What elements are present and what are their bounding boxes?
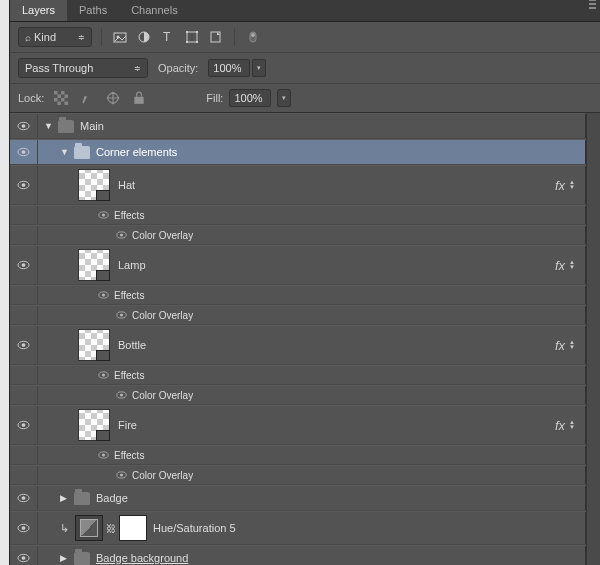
layer-effects-row[interactable]: Effects xyxy=(10,365,586,385)
layer-row-fire[interactable]: Fire fx▲▼ xyxy=(10,405,586,445)
lock-position-icon[interactable] xyxy=(104,89,122,107)
blend-mode-select[interactable]: Pass Through ≑ xyxy=(18,58,148,78)
effect-visibility-icon[interactable] xyxy=(98,451,109,459)
disclosure-down-icon[interactable]: ▼ xyxy=(60,147,70,157)
filter-pixel-icon[interactable] xyxy=(111,28,129,46)
layer-effects-row[interactable]: Effects xyxy=(10,445,586,465)
filter-smartobject-icon[interactable] xyxy=(207,28,225,46)
svg-rect-6 xyxy=(196,31,198,33)
svg-rect-7 xyxy=(186,41,188,43)
effect-visibility-icon[interactable] xyxy=(98,291,109,299)
visibility-toggle[interactable] xyxy=(10,406,38,444)
tab-paths[interactable]: Paths xyxy=(67,0,119,21)
panel-menu-icon[interactable] xyxy=(589,3,596,5)
opacity-input[interactable]: 100% xyxy=(208,59,250,77)
fill-label: Fill: xyxy=(206,92,223,104)
layer-effect-coloroverlay[interactable]: Color Overlay xyxy=(10,465,586,485)
mask-thumbnail[interactable] xyxy=(119,515,147,541)
layer-effect-coloroverlay[interactable]: Color Overlay xyxy=(10,305,586,325)
disclosure-right-icon[interactable]: ▶ xyxy=(60,493,70,503)
layer-row-huesaturation[interactable]: ↳ ⛓ Hue/Saturation 5 xyxy=(10,511,586,545)
layer-row-corner-elements[interactable]: ▼ Corner elements xyxy=(10,139,586,165)
visibility-spacer xyxy=(10,446,38,464)
effect-visibility-icon[interactable] xyxy=(98,371,109,379)
layer-row-badge[interactable]: ▶ Badge xyxy=(10,485,586,511)
filter-kind-select[interactable]: ⌕ Kind ≑ xyxy=(18,27,92,47)
lock-all-icon[interactable] xyxy=(130,89,148,107)
lock-pixels-icon[interactable] xyxy=(78,89,96,107)
svg-point-11 xyxy=(251,33,255,37)
opacity-flyout[interactable]: ▾ xyxy=(252,59,266,77)
effect-label: Color Overlay xyxy=(132,390,193,401)
layer-effects-row[interactable]: Effects xyxy=(10,205,586,225)
effects-label: Effects xyxy=(114,210,144,221)
effect-visibility-icon[interactable] xyxy=(98,211,109,219)
lock-row: Lock: Fill: 100% ▾ xyxy=(10,84,600,113)
visibility-spacer xyxy=(10,286,38,304)
visibility-toggle[interactable] xyxy=(10,246,38,284)
filter-shape-icon[interactable] xyxy=(183,28,201,46)
tab-channels[interactable]: Channels xyxy=(119,0,189,21)
tab-layers[interactable]: Layers xyxy=(10,0,67,21)
lock-transparency-icon[interactable] xyxy=(52,89,70,107)
visibility-toggle[interactable] xyxy=(10,486,38,510)
layer-thumbnail[interactable] xyxy=(78,249,110,281)
fx-indicator[interactable]: fx▲▼ xyxy=(555,178,575,193)
effect-visibility-icon[interactable] xyxy=(116,311,127,319)
effect-visibility-icon[interactable] xyxy=(116,471,127,479)
layers-tree[interactable]: ▼ Main ▼ Corner elements Hat fx▲▼ xyxy=(10,113,586,565)
link-mask-icon[interactable]: ⛓ xyxy=(106,523,116,534)
effects-label: Effects xyxy=(114,450,144,461)
layer-row-bottle[interactable]: Bottle fx▲▼ xyxy=(10,325,586,365)
visibility-toggle[interactable] xyxy=(10,114,38,138)
layer-label: Fire xyxy=(118,419,137,431)
divider xyxy=(101,28,102,46)
fx-indicator[interactable]: fx▲▼ xyxy=(555,418,575,433)
fx-indicator[interactable]: fx▲▼ xyxy=(555,338,575,353)
folder-icon xyxy=(74,146,90,159)
svg-rect-8 xyxy=(196,41,198,43)
visibility-spacer xyxy=(10,306,38,324)
folder-icon xyxy=(74,552,90,565)
visibility-spacer xyxy=(10,466,38,484)
layer-effect-coloroverlay[interactable]: Color Overlay xyxy=(10,385,586,405)
disclosure-right-icon[interactable]: ▶ xyxy=(60,553,70,563)
layer-row-main[interactable]: ▼ Main xyxy=(10,113,586,139)
effect-visibility-icon[interactable] xyxy=(116,391,127,399)
scrollbar[interactable] xyxy=(586,113,600,565)
adjustment-thumbnail[interactable] xyxy=(75,515,103,541)
fill-flyout[interactable]: ▾ xyxy=(277,89,291,107)
blend-mode-label: Pass Through xyxy=(25,62,93,74)
layer-effect-coloroverlay[interactable]: Color Overlay xyxy=(10,225,586,245)
layer-label: Badge background xyxy=(96,552,188,564)
fx-indicator[interactable]: fx▲▼ xyxy=(555,258,575,273)
visibility-spacer xyxy=(10,386,38,404)
visibility-toggle[interactable] xyxy=(10,326,38,364)
visibility-toggle[interactable] xyxy=(10,546,38,565)
effects-label: Effects xyxy=(114,290,144,301)
visibility-toggle[interactable] xyxy=(10,166,38,204)
effect-visibility-icon[interactable] xyxy=(116,231,127,239)
fill-input[interactable]: 100% xyxy=(229,89,271,107)
disclosure-down-icon[interactable]: ▼ xyxy=(44,121,54,131)
layer-label: Hat xyxy=(118,179,135,191)
layer-thumbnail[interactable] xyxy=(78,409,110,441)
layer-thumbnail[interactable] xyxy=(78,169,110,201)
filter-type-icon[interactable]: T xyxy=(159,28,177,46)
svg-point-41 xyxy=(102,453,105,456)
blend-row: Pass Through ≑ Opacity: 100% ▾ xyxy=(10,53,600,84)
filter-toggle-icon[interactable] xyxy=(244,28,262,46)
layer-thumbnail[interactable] xyxy=(78,329,110,361)
layer-row-lamp[interactable]: Lamp fx▲▼ xyxy=(10,245,586,285)
filter-adjustment-icon[interactable] xyxy=(135,28,153,46)
filter-kind-label: Kind xyxy=(34,31,56,43)
svg-point-21 xyxy=(22,183,26,187)
layer-effects-row[interactable]: Effects xyxy=(10,285,586,305)
effect-label: Color Overlay xyxy=(132,310,193,321)
layer-row-hat[interactable]: Hat fx▲▼ xyxy=(10,165,586,205)
visibility-toggle[interactable] xyxy=(10,140,38,164)
visibility-toggle[interactable] xyxy=(10,512,38,544)
svg-point-35 xyxy=(102,373,105,376)
layer-row-badge-background[interactable]: ▶ Badge background xyxy=(10,545,586,565)
filter-row: ⌕ Kind ≑ T xyxy=(10,22,600,53)
